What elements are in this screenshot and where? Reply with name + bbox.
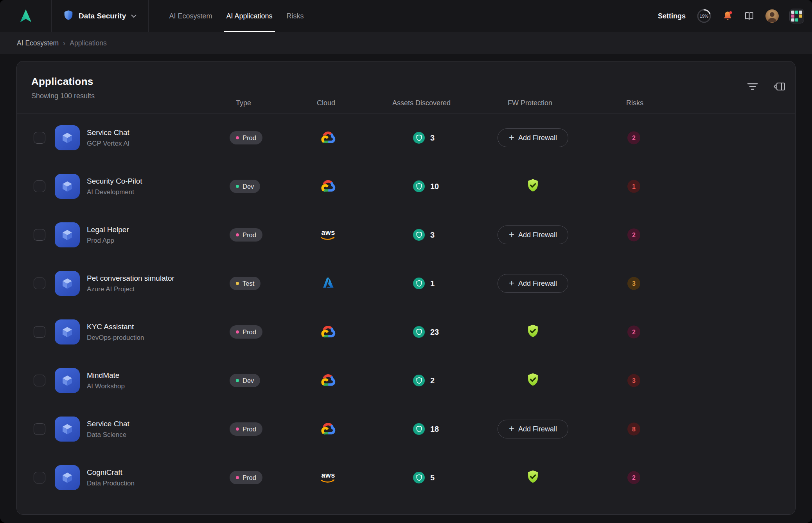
avatar-pixel [799, 11, 802, 14]
avatar-pixel [799, 18, 802, 22]
user-avatar[interactable] [765, 9, 779, 23]
notifications-bell-icon[interactable] [722, 11, 733, 22]
plus-icon: + [509, 133, 514, 142]
assets-count: 10 [430, 182, 439, 191]
add-firewall-label: Add Firewall [518, 425, 557, 433]
firewall-protected-icon [526, 373, 539, 389]
firewall-protected-icon [526, 470, 539, 486]
application-subtitle: AI Workshop [87, 382, 224, 390]
assets-count: 23 [430, 328, 439, 337]
tab-risks[interactable]: Risks [287, 0, 304, 32]
assets-shield-icon [413, 375, 425, 386]
table-row: CogniCraft Data Production Prod aws [17, 453, 795, 502]
application-name[interactable]: KYC Assistant [87, 323, 224, 331]
product-switcher[interactable]: Data Security [52, 0, 149, 32]
add-firewall-button[interactable]: + Add Firewall [498, 128, 568, 147]
application-subtitle: Data Production [87, 480, 224, 487]
type-dot [236, 379, 239, 382]
application-cube-icon [55, 368, 80, 393]
firewall-protected-icon [526, 179, 539, 195]
risk-badge[interactable]: 1 [627, 180, 640, 193]
panel-toolbar [747, 82, 786, 91]
workspace-avatar[interactable] [789, 9, 804, 23]
application-name[interactable]: Legal Helper [87, 225, 224, 234]
add-firewall-button[interactable]: + Add Firewall [498, 420, 568, 438]
add-firewall-button[interactable]: + Add Firewall [498, 274, 568, 293]
risk-badge[interactable]: 2 [627, 229, 640, 242]
risk-badge[interactable]: 2 [627, 326, 640, 339]
logo-icon [18, 8, 34, 24]
plus-icon: + [509, 230, 514, 239]
column-header-risks: Risks [626, 99, 643, 107]
avatar-pixel [791, 18, 794, 22]
gcp-cloud-icon [321, 422, 336, 436]
assets-cell: 1 [413, 278, 435, 289]
tab-ai-ecosystem[interactable]: AI Ecosystem [169, 0, 212, 32]
row-checkbox[interactable] [34, 180, 45, 192]
assets-count: 3 [430, 231, 435, 240]
application-cube-icon [55, 222, 80, 247]
avatar-pixel [791, 14, 794, 18]
add-firewall-label: Add Firewall [518, 280, 557, 288]
risk-badge[interactable]: 2 [627, 471, 640, 484]
cloud-cell [320, 179, 337, 194]
risk-badge[interactable]: 8 [627, 423, 640, 436]
column-header-type: Type [236, 99, 251, 107]
breadcrumb: AI Ecosystem › Applications [0, 32, 812, 54]
application-name-cell: Service Chat Data Science [87, 420, 224, 439]
avatar-pixel [795, 11, 798, 14]
row-checkbox[interactable] [34, 423, 45, 435]
application-name-cell: MindMate AI Workshop [87, 371, 224, 390]
breadcrumb-parent[interactable]: AI Ecosystem [17, 39, 59, 47]
row-checkbox[interactable] [34, 472, 45, 483]
app-logo[interactable] [0, 0, 52, 32]
type-badge: Prod [230, 325, 262, 339]
tab-ai-applications[interactable]: AI Applications [226, 0, 272, 32]
avatar-pixel [791, 11, 794, 14]
type-dot [236, 282, 239, 285]
application-name-cell: Pet conversation simulator Azure AI Proj… [87, 274, 224, 293]
application-name[interactable]: CogniCraft [87, 468, 224, 477]
fw-protection-cell [498, 470, 568, 486]
product-switcher-label: Data Security [79, 12, 126, 20]
usage-progress-ring[interactable]: 19% [696, 8, 712, 24]
risk-badge[interactable]: 3 [627, 374, 640, 387]
table-row: Pet conversation simulator Azure AI Proj… [17, 259, 795, 308]
aws-cloud-icon: aws [321, 472, 336, 484]
applications-panel: Applications Showing 100 results Type Cl… [16, 61, 796, 515]
row-checkbox[interactable] [34, 132, 45, 144]
risk-badge[interactable]: 2 [627, 132, 640, 144]
settings-link[interactable]: Settings [658, 12, 686, 20]
row-checkbox[interactable] [34, 375, 45, 386]
assets-count: 1 [430, 279, 435, 288]
application-name[interactable]: Pet conversation simulator [87, 274, 224, 283]
docs-book-icon[interactable] [744, 11, 755, 21]
assets-shield-icon [413, 326, 425, 338]
row-checkbox[interactable] [34, 326, 45, 338]
column-header-assets: Assets Discovered [392, 99, 451, 107]
type-label: Dev [243, 377, 254, 384]
row-checkbox[interactable] [34, 278, 45, 289]
aws-cloud-icon: aws [321, 229, 336, 241]
assets-shield-icon [413, 423, 425, 435]
row-checkbox[interactable] [34, 229, 45, 241]
application-name[interactable]: Service Chat [87, 128, 224, 137]
application-name-cell: KYC Assistant DevOps-production [87, 323, 224, 342]
assets-cell: 3 [413, 132, 435, 144]
firewall-protected-icon [526, 324, 539, 340]
application-name[interactable]: MindMate [87, 371, 224, 380]
columns-button[interactable] [773, 82, 786, 91]
add-firewall-button[interactable]: + Add Firewall [498, 225, 568, 244]
application-name[interactable]: Service Chat [87, 420, 224, 428]
application-name-cell: Service Chat GCP Vertex AI [87, 128, 224, 148]
avatar-pixel [799, 14, 802, 18]
table-row: MindMate AI Workshop Dev [17, 356, 795, 405]
type-label: Dev [243, 183, 254, 190]
column-header-fw: FW Protection [508, 99, 552, 107]
breadcrumb-current: Applications [70, 39, 106, 47]
filter-button[interactable] [747, 82, 758, 91]
type-dot [236, 330, 239, 334]
application-name[interactable]: Security Co-Pilot [87, 177, 224, 186]
risk-badge[interactable]: 3 [627, 277, 640, 290]
application-name-cell: Legal Helper Prod App [87, 225, 224, 245]
